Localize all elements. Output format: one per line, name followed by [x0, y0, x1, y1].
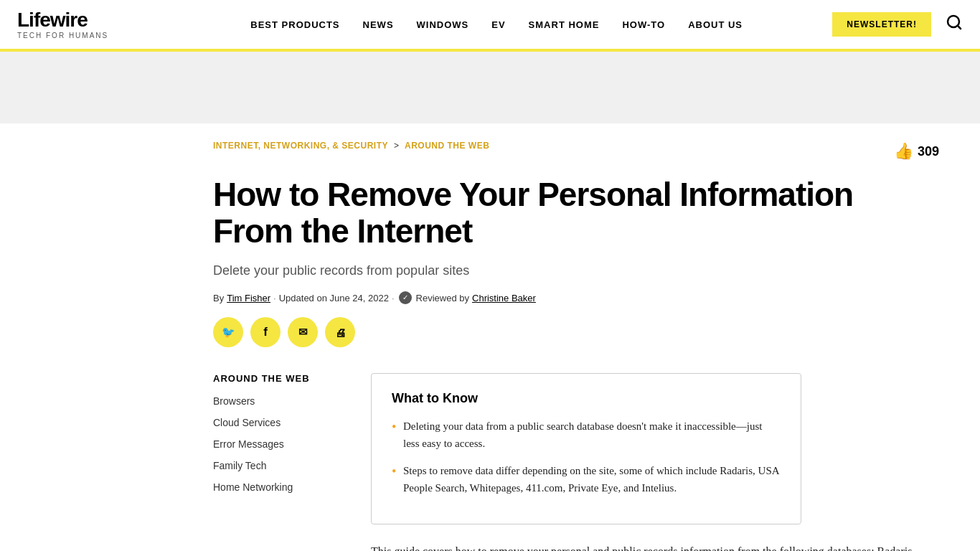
article-body-intro: This guide covers how to remove your per…: [371, 542, 939, 551]
verified-icon: ✓: [399, 291, 412, 304]
meta-dot-2: ·: [392, 293, 395, 303]
breadcrumb-row: INTERNET, NETWORKING, & SECURITY > AROUN…: [213, 141, 939, 165]
article-body: This guide covers how to remove your per…: [371, 542, 939, 551]
article-title: How to Remove Your Personal Information …: [213, 176, 859, 249]
main-container: INTERNET, NETWORKING, & SECURITY > AROUN…: [24, 123, 956, 551]
article-meta: By Tim Fisher · Updated on June 24, 2022…: [213, 291, 939, 304]
author-link[interactable]: Tim Fisher: [227, 293, 270, 303]
reviewed-by-label: Reviewed by: [416, 293, 469, 303]
content-with-sidebar: AROUND THE WEB Browsers Cloud Services E…: [213, 373, 939, 551]
sidebar-section-title: AROUND THE WEB: [213, 373, 342, 384]
site-header: Lifewire TECH FOR HUMANS BEST PRODUCTS N…: [0, 0, 980, 52]
updated-date: Updated on June 24, 2022: [279, 293, 389, 303]
article-area: INTERNET, NETWORKING, & SECURITY > AROUN…: [199, 141, 939, 551]
newsletter-button[interactable]: NEWSLETTER!: [832, 12, 931, 37]
article-body-area: What to Know Deleting your data from a p…: [371, 373, 939, 551]
thumbs-up-icon: 👍: [894, 142, 913, 161]
like-number: 309: [918, 144, 939, 159]
sidebar-item-family-tech[interactable]: Family Tech: [213, 460, 342, 471]
search-button[interactable]: [946, 14, 963, 35]
sidebar-item-error-messages[interactable]: Error Messages: [213, 438, 342, 450]
breadcrumb-current[interactable]: AROUND THE WEB: [405, 141, 489, 151]
what-to-know-box: What to Know Deleting your data from a p…: [371, 373, 801, 524]
sidebar-item-cloud-services[interactable]: Cloud Services: [213, 417, 342, 428]
sidebar-item-browsers[interactable]: Browsers: [213, 395, 342, 407]
logo-area: Lifewire TECH FOR HUMANS: [17, 10, 132, 39]
sidebar: [41, 152, 199, 551]
nav-smart-home[interactable]: SMART HOME: [529, 19, 600, 30]
wtk-point-1: Deleting your data from a public search …: [392, 418, 781, 452]
wtk-list: Deleting your data from a public search …: [392, 418, 781, 496]
email-share-button[interactable]: ✉: [288, 317, 318, 347]
breadcrumb-separator: >: [394, 141, 399, 151]
nav-news[interactable]: NEWS: [363, 19, 394, 30]
nav-how-to[interactable]: HOW-TO: [622, 19, 665, 30]
site-logo[interactable]: Lifewire: [17, 10, 132, 30]
site-tagline: TECH FOR HUMANS: [17, 32, 132, 39]
meta-dot-1: ·: [273, 293, 276, 303]
meta-by: By: [213, 293, 224, 303]
facebook-share-button[interactable]: f: [250, 317, 281, 347]
social-buttons: 🐦 f ✉ 🖨: [213, 317, 939, 347]
article-subtitle: Delete your public records from popular …: [213, 263, 939, 278]
twitter-share-button[interactable]: 🐦: [213, 317, 243, 347]
nav-ev[interactable]: EV: [491, 19, 505, 30]
ad-banner: [0, 52, 980, 123]
wtk-point-2: Steps to remove data differ depending on…: [392, 462, 781, 496]
like-count[interactable]: 👍 309: [894, 142, 939, 161]
nav-windows[interactable]: WINDOWS: [417, 19, 469, 30]
svg-line-1: [958, 26, 961, 29]
print-button[interactable]: 🖨: [325, 317, 355, 347]
wtk-title: What to Know: [392, 391, 781, 406]
reviewer-link[interactable]: Christine Baker: [472, 293, 536, 303]
search-icon: [946, 14, 963, 31]
nav-about-us[interactable]: ABOUT US: [688, 19, 743, 30]
sidebar-item-home-networking[interactable]: Home Networking: [213, 481, 342, 493]
breadcrumb: INTERNET, NETWORKING, & SECURITY > AROUN…: [213, 141, 489, 151]
breadcrumb-parent[interactable]: INTERNET, NETWORKING, & SECURITY: [213, 141, 388, 151]
sidebar-links-area: AROUND THE WEB Browsers Cloud Services E…: [213, 373, 342, 551]
nav-best-products[interactable]: BEST PRODUCTS: [250, 19, 339, 30]
main-nav: BEST PRODUCTS NEWS WINDOWS EV SMART HOME…: [161, 19, 832, 30]
